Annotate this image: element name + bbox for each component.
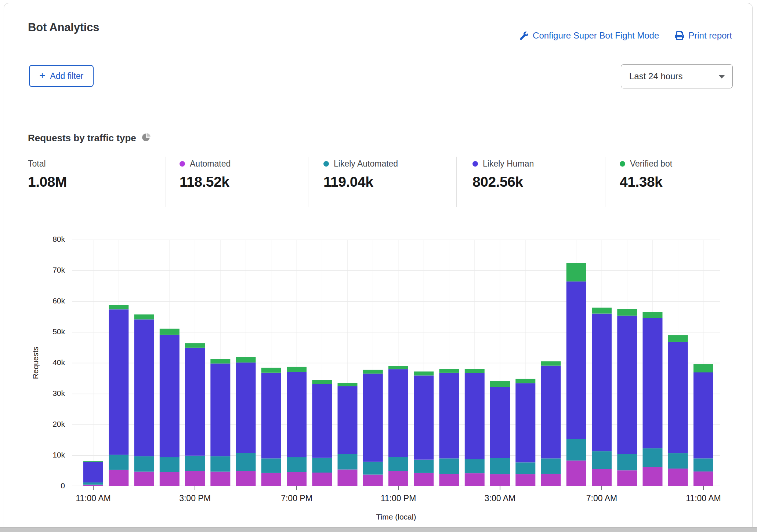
bar-segment-likely-human[interactable] [439,373,459,459]
bar-segment-automated[interactable] [185,471,205,486]
bar-segment-likely-automated[interactable] [312,458,332,473]
bar-segment-likely-automated[interactable] [236,453,256,471]
bar-segment-verified-bot[interactable] [83,461,103,462]
bar-segment-automated[interactable] [693,471,713,486]
bar-segment-likely-human[interactable] [414,375,434,459]
bar-segment-automated[interactable] [338,470,358,486]
bar-segment-likely-automated[interactable] [541,458,561,474]
bar-segment-likely-human[interactable] [287,372,307,457]
bar-segment-automated[interactable] [643,467,663,486]
bar-segment-likely-human[interactable] [210,364,230,456]
bar-segment-verified-bot[interactable] [160,329,180,335]
bar-segment-likely-automated[interactable] [287,457,307,472]
bar-segment-likely-human[interactable] [643,318,663,448]
bar-segment-likely-automated[interactable] [261,458,281,473]
bar-segment-likely-human[interactable] [515,383,535,462]
bar-segment-likely-human[interactable] [693,372,713,458]
bar-segment-verified-bot[interactable] [312,380,332,384]
bar-segment-automated[interactable] [668,469,688,486]
bar-segment-likely-human[interactable] [592,314,612,452]
bar-segment-verified-bot[interactable] [566,263,586,281]
bar-segment-automated[interactable] [465,473,485,486]
bar-segment-automated[interactable] [160,472,180,486]
bar-segment-likely-automated[interactable] [515,462,535,474]
bar-segment-likely-automated[interactable] [414,460,434,473]
bar-segment-likely-automated[interactable] [160,457,180,472]
bar-segment-verified-bot[interactable] [388,366,408,369]
bar-segment-likely-human[interactable] [134,320,154,456]
bar-segment-likely-human[interactable] [363,374,383,462]
configure-super-bot-fight-mode-link[interactable]: Configure Super Bot Fight Mode [520,30,659,41]
bar-segment-likely-automated[interactable] [566,439,586,461]
bar-segment-likely-human[interactable] [236,362,256,453]
bar-segment-automated[interactable] [439,474,459,486]
bar-segment-likely-human[interactable] [261,373,281,459]
bar-segment-likely-automated[interactable] [363,462,383,475]
bar-segment-likely-automated[interactable] [643,448,663,467]
bar-segment-verified-bot[interactable] [617,309,637,316]
bar-segment-likely-automated[interactable] [668,453,688,469]
bar-segment-verified-bot[interactable] [490,381,510,387]
bar-segment-likely-human[interactable] [109,309,128,455]
bar-segment-verified-bot[interactable] [185,343,205,348]
bar-segment-verified-bot[interactable] [465,369,485,373]
bar-segment-verified-bot[interactable] [338,383,358,386]
bar-segment-automated[interactable] [566,460,586,486]
bar-segment-automated[interactable] [287,472,307,486]
bar-segment-verified-bot[interactable] [592,308,612,314]
bar-segment-likely-human[interactable] [185,348,205,456]
bar-segment-likely-human[interactable] [312,384,332,458]
bar-segment-likely-automated[interactable] [83,482,103,485]
bar-segment-likely-human[interactable] [338,386,358,454]
bar-segment-automated[interactable] [490,474,510,486]
bar-segment-likely-human[interactable] [668,342,688,453]
bar-segment-verified-bot[interactable] [287,367,307,372]
bar-segment-likely-automated[interactable] [592,451,612,469]
bar-segment-verified-bot[interactable] [210,359,230,364]
bar-segment-likely-human[interactable] [541,366,561,459]
bar-segment-likely-automated[interactable] [465,459,485,473]
bar-segment-automated[interactable] [134,472,154,487]
bar-segment-automated[interactable] [210,472,230,487]
bar-segment-automated[interactable] [312,473,332,486]
bar-segment-likely-human[interactable] [465,373,485,459]
bar-segment-likely-human[interactable] [160,335,180,458]
bar-segment-verified-bot[interactable] [414,372,434,376]
bar-segment-likely-automated[interactable] [338,454,358,470]
add-filter-button[interactable]: + Add filter [29,65,94,87]
bar-segment-likely-automated[interactable] [185,456,205,471]
bar-segment-automated[interactable] [592,469,612,486]
bar-segment-automated[interactable] [388,471,408,486]
bar-segment-automated[interactable] [617,470,637,486]
bar-segment-automated[interactable] [261,473,281,486]
bar-segment-verified-bot[interactable] [693,364,713,372]
bar-segment-likely-automated[interactable] [617,454,637,471]
bar-segment-verified-bot[interactable] [363,370,383,374]
bar-segment-verified-bot[interactable] [109,305,128,309]
bar-segment-verified-bot[interactable] [134,314,154,319]
bar-segment-automated[interactable] [414,473,434,486]
bar-segment-likely-automated[interactable] [388,457,408,471]
bar-segment-likely-automated[interactable] [439,458,459,474]
bar-segment-automated[interactable] [541,474,561,486]
bar-segment-verified-bot[interactable] [668,335,688,342]
bar-segment-verified-bot[interactable] [439,369,459,373]
bar-segment-likely-human[interactable] [566,281,586,439]
bar-segment-verified-bot[interactable] [236,357,256,362]
bar-segment-automated[interactable] [515,474,535,486]
bar-segment-likely-human[interactable] [617,316,637,454]
print-report-link[interactable]: Print report [675,30,732,41]
bar-segment-automated[interactable] [236,471,256,486]
bar-segment-likely-automated[interactable] [210,456,230,472]
bar-segment-likely-automated[interactable] [109,455,128,470]
bar-segment-verified-bot[interactable] [515,379,535,383]
bar-segment-automated[interactable] [109,470,128,487]
bar-segment-likely-human[interactable] [490,387,510,458]
bar-segment-verified-bot[interactable] [643,312,663,318]
bar-segment-likely-human[interactable] [388,369,408,457]
bar-segment-likely-automated[interactable] [134,456,154,472]
bar-segment-verified-bot[interactable] [261,368,281,372]
bar-segment-verified-bot[interactable] [541,361,561,366]
bar-segment-automated[interactable] [363,475,383,487]
horizontal-scrollbar[interactable] [0,527,757,532]
